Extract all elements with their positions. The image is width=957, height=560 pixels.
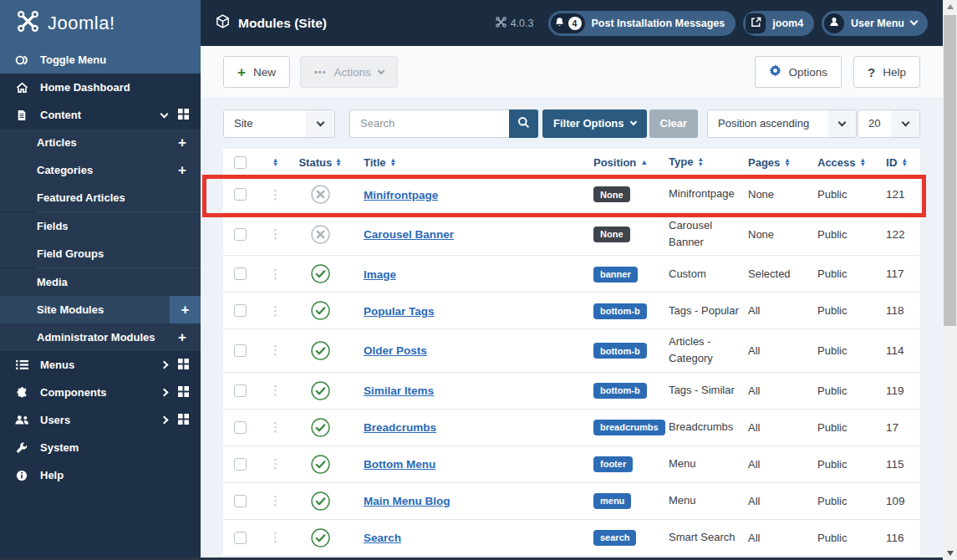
user-menu-button[interactable]: User Menu xyxy=(822,11,928,36)
chevron-down-icon xyxy=(378,67,384,74)
drag-handle-icon[interactable]: ⋮ xyxy=(269,227,282,242)
sidebar-item-system[interactable]: System xyxy=(0,434,201,461)
filter-options-button[interactable]: Filter Options xyxy=(542,109,647,138)
table-row: ⋮ Minifrontpage None Minifrontpage None … xyxy=(223,176,920,213)
sidebar-item-articles[interactable]: Articles + xyxy=(0,129,201,156)
row-checkbox[interactable] xyxy=(234,188,247,201)
table-row: ⋮ Similar Items bottom-b Tags - Similar … xyxy=(223,373,920,410)
dashboard-grid-icon[interactable] xyxy=(178,109,189,122)
drag-handle-icon[interactable]: ⋮ xyxy=(269,383,282,398)
module-title-link[interactable]: Breadcrumbs xyxy=(364,421,436,434)
column-header-pages[interactable]: Pages▲▼ xyxy=(748,156,817,169)
post-installation-messages-button[interactable]: 4 Post Installation Messages xyxy=(548,11,736,36)
row-checkbox[interactable] xyxy=(234,384,247,397)
list-limit-select[interactable]: 20 xyxy=(858,109,920,138)
table-row: ⋮ Bottom Menu footer Menu All Public 115 xyxy=(223,446,920,483)
sidebar-item-categories[interactable]: Categories + xyxy=(0,156,201,184)
drag-handle-icon[interactable]: ⋮ xyxy=(269,303,282,318)
status-icon[interactable] xyxy=(311,381,330,400)
column-header-access[interactable]: Access▲▼ xyxy=(817,156,886,169)
select-all-checkbox[interactable] xyxy=(234,156,247,169)
drag-handle-icon[interactable]: ⋮ xyxy=(269,343,282,358)
joomla-logo-area[interactable]: Joomla! xyxy=(0,0,201,46)
status-icon[interactable] xyxy=(311,491,330,511)
row-checkbox[interactable] xyxy=(234,304,247,317)
drag-handle-icon[interactable]: ⋮ xyxy=(269,456,282,471)
module-title-link[interactable]: Search xyxy=(364,532,401,544)
column-header-id[interactable]: ID▲▼ xyxy=(886,156,920,169)
scrollbar-thumb[interactable] xyxy=(944,15,956,326)
preview-site-button[interactable]: joom4 xyxy=(743,11,814,36)
status-icon[interactable] xyxy=(311,528,330,547)
row-checkbox[interactable] xyxy=(234,458,247,471)
sidebar-item-help[interactable]: Help xyxy=(0,461,201,489)
dashboard-grid-icon[interactable] xyxy=(178,386,189,400)
module-pages: All xyxy=(748,344,817,357)
column-header-position[interactable]: Position▲ xyxy=(593,156,669,169)
add-site-module-button[interactable]: + xyxy=(170,296,201,323)
search-button[interactable] xyxy=(509,109,538,138)
sidebar-item-toggle-menu[interactable]: Toggle Menu xyxy=(0,46,201,74)
row-checkbox[interactable] xyxy=(234,344,247,357)
status-icon[interactable] xyxy=(311,301,330,320)
sidebar-item-users[interactable]: Users xyxy=(0,406,201,434)
status-icon[interactable] xyxy=(311,418,330,437)
sidebar-item-site-modules[interactable]: Site Modules + xyxy=(0,296,201,323)
drag-handle-icon[interactable]: ⋮ xyxy=(269,493,282,508)
sidebar-item-fields[interactable]: Fields xyxy=(0,212,201,240)
status-icon[interactable] xyxy=(311,225,330,244)
new-button[interactable]: + New xyxy=(223,56,290,88)
module-title-link[interactable]: Bottom Menu xyxy=(364,458,435,471)
row-checkbox[interactable] xyxy=(234,532,247,544)
row-checkbox[interactable] xyxy=(234,421,247,434)
sidebar-item-menus[interactable]: Menus xyxy=(0,351,201,379)
status-icon[interactable] xyxy=(311,455,330,474)
sidebar-item-content[interactable]: Content xyxy=(0,101,201,129)
status-icon[interactable] xyxy=(311,341,330,360)
module-title-link[interactable]: Minifrontpage xyxy=(364,189,438,201)
clear-button[interactable]: Clear xyxy=(649,109,699,138)
add-category-button[interactable]: + xyxy=(178,163,189,177)
row-checkbox[interactable] xyxy=(234,228,247,241)
column-header-status[interactable]: Status▲▼ xyxy=(294,156,346,169)
column-header-title[interactable]: Title▲▼ xyxy=(346,156,593,169)
sidebar-item-media[interactable]: Media xyxy=(0,268,201,296)
position-badge: search xyxy=(593,530,636,546)
sort-order-select[interactable]: Position ascending xyxy=(707,109,857,138)
sidebar-item-components[interactable]: Components xyxy=(0,379,201,406)
row-checkbox[interactable] xyxy=(234,267,247,280)
help-button[interactable]: ? Help xyxy=(853,56,920,88)
drag-handle-icon[interactable]: ⋮ xyxy=(269,187,282,202)
drag-handle-icon[interactable]: ⋮ xyxy=(269,530,282,545)
scroll-up-arrow[interactable] xyxy=(943,0,957,13)
actions-button[interactable]: ••• Actions xyxy=(300,56,398,88)
table-row: ⋮ Image banner Custom Selected Public 11… xyxy=(223,256,920,293)
module-title-link[interactable]: Similar Items xyxy=(364,384,434,397)
options-button[interactable]: Options xyxy=(755,56,842,88)
status-icon[interactable] xyxy=(311,185,330,204)
dashboard-grid-icon[interactable] xyxy=(178,359,189,372)
page-title-text: Modules (Site) xyxy=(238,16,327,31)
module-title-link[interactable]: Main Menu Blog xyxy=(364,495,451,507)
module-title-link[interactable]: Popular Tags xyxy=(364,305,435,318)
sidebar-item-field-groups[interactable]: Field Groups xyxy=(0,240,201,267)
row-checkbox[interactable] xyxy=(234,495,247,507)
module-title-link[interactable]: Carousel Banner xyxy=(364,228,454,241)
drag-handle-icon[interactable]: ⋮ xyxy=(269,267,282,282)
drag-handle-icon[interactable]: ⋮ xyxy=(269,420,282,435)
dashboard-grid-icon[interactable] xyxy=(178,414,189,427)
scroll-down-arrow[interactable] xyxy=(943,547,957,560)
column-header-type[interactable]: Type▲▼ xyxy=(669,154,748,171)
client-select[interactable]: Site xyxy=(223,109,335,138)
module-title-link[interactable]: Older Posts xyxy=(364,344,427,357)
add-articles-button[interactable]: + xyxy=(178,135,189,150)
add-admin-module-button[interactable]: + xyxy=(178,330,189,344)
module-title-link[interactable]: Image xyxy=(364,268,396,281)
sidebar-item-featured-articles[interactable]: Featured Articles xyxy=(0,184,201,211)
sidebar-item-home-dashboard[interactable]: Home Dashboard xyxy=(0,74,201,101)
sidebar-item-administrator-modules[interactable]: Administrator Modules + xyxy=(0,323,201,351)
cube-icon xyxy=(216,14,230,32)
search-input[interactable] xyxy=(349,109,509,138)
status-icon[interactable] xyxy=(311,264,330,283)
column-header-ordering[interactable]: ▲▼ xyxy=(257,158,294,167)
